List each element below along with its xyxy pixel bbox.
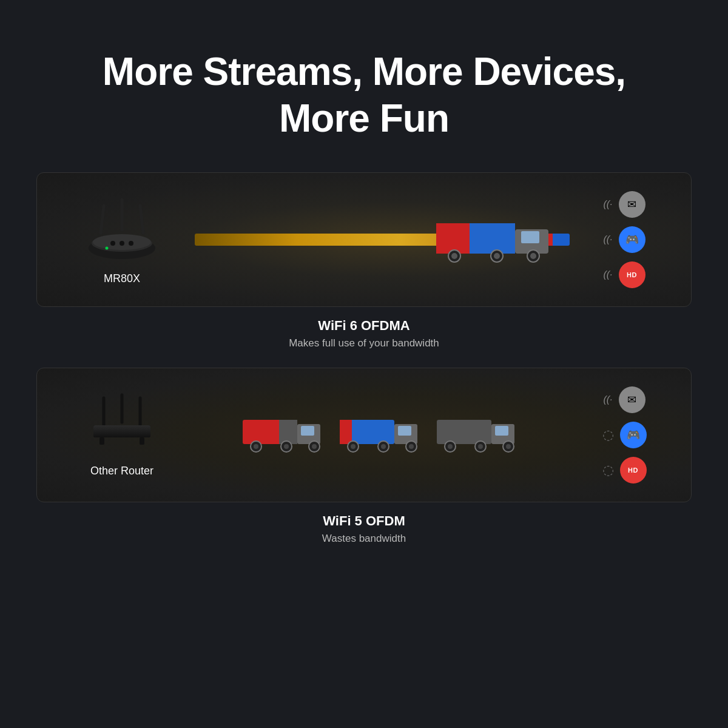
svg-rect-26 xyxy=(99,437,104,445)
svg-rect-48 xyxy=(437,420,491,444)
other-router-icons: ((· ✉ ◌ 🎮 ◌ HD xyxy=(582,386,667,484)
other-router-label: Other Router xyxy=(90,465,153,477)
other-truck-2 xyxy=(340,411,425,459)
svg-point-43 xyxy=(351,444,356,449)
svg-rect-25 xyxy=(93,425,150,437)
mr80x-content xyxy=(183,209,582,270)
svg-point-9 xyxy=(106,247,109,250)
other-router-panel-desc: WiFi 5 OFDM Wastes bandwidth xyxy=(322,513,406,545)
svg-rect-41 xyxy=(398,426,411,436)
svg-rect-11 xyxy=(436,223,470,254)
svg-rect-31 xyxy=(301,426,314,436)
svg-line-2 xyxy=(140,206,143,233)
svg-point-7 xyxy=(120,241,124,246)
svg-point-6 xyxy=(110,241,115,246)
mr80x-hd-row: ((· HD xyxy=(603,261,645,288)
other-gaming-row: ◌ 🎮 xyxy=(602,422,647,448)
panel-other-router: Other Router xyxy=(0,368,728,551)
wifi6-title: WiFi 6 OFDMA xyxy=(289,318,439,334)
wifi5-subtitle: Wastes bandwidth xyxy=(322,533,406,545)
other-hd-badge: HD xyxy=(625,465,641,475)
svg-rect-39 xyxy=(340,420,352,444)
svg-point-54 xyxy=(478,444,483,449)
svg-point-45 xyxy=(381,444,386,449)
panel-top-row: MR80X xyxy=(36,172,692,307)
svg-rect-29 xyxy=(279,420,297,444)
spinner-gaming-icon: ◌ xyxy=(602,427,614,443)
svg-point-33 xyxy=(254,444,258,449)
svg-point-52 xyxy=(448,444,453,449)
other-truck-1 xyxy=(243,411,328,459)
svg-line-0 xyxy=(101,206,104,233)
wifi-signal-email-icon: ((· xyxy=(603,199,612,210)
wifi6-subtitle: Makes full use of your bandwidth xyxy=(289,337,439,349)
mr80x-gaming-row: ((· 🎮 xyxy=(603,226,645,253)
other-router-content xyxy=(183,411,582,459)
other-email-row: ((· ✉ xyxy=(603,386,645,413)
svg-point-8 xyxy=(129,241,133,246)
svg-point-35 xyxy=(284,444,289,449)
mr80x-router-image xyxy=(83,194,161,266)
svg-rect-27 xyxy=(140,437,144,445)
other-router-image xyxy=(89,392,155,459)
other-hd-device-icon: HD xyxy=(620,457,647,484)
mr80x-panel-desc: WiFi 6 OFDMA Makes full use of your band… xyxy=(289,318,439,349)
trucks-row xyxy=(243,411,522,459)
mr80x-label: MR80X xyxy=(104,272,140,285)
page-title: More Streams, More Devices,More Fun xyxy=(103,49,625,142)
wifi-signal-gaming-icon: ((· xyxy=(603,234,612,245)
svg-point-37 xyxy=(312,444,317,449)
mr80x-email-row: ((· ✉ xyxy=(603,191,645,218)
svg-point-20 xyxy=(530,253,536,259)
wifi5-title: WiFi 5 OFDM xyxy=(322,513,406,529)
comparison-section: MR80X xyxy=(0,172,728,563)
other-gaming-device-icon: 🎮 xyxy=(620,422,647,448)
spinner-hd-icon: ◌ xyxy=(602,462,614,478)
email-device-icon: ✉ xyxy=(619,191,645,218)
mr80x-router-area: MR80X xyxy=(61,194,183,285)
hd-badge: HD xyxy=(624,270,640,280)
panel-bottom-row: Other Router xyxy=(36,368,692,502)
svg-point-18 xyxy=(494,253,500,259)
mr80x-truck-icon xyxy=(436,211,558,266)
other-hd-row: ◌ HD xyxy=(602,457,647,484)
svg-rect-12 xyxy=(470,223,515,254)
panel-mr80x: MR80X xyxy=(0,172,728,356)
wifi-signal-hd-icon: ((· xyxy=(603,269,612,280)
svg-point-16 xyxy=(451,253,457,259)
other-email-device-icon: ✉ xyxy=(619,386,645,413)
other-truck-3 xyxy=(437,411,522,459)
hd-device-icon: HD xyxy=(619,261,645,288)
svg-point-56 xyxy=(506,444,511,449)
svg-point-47 xyxy=(409,444,414,449)
svg-rect-14 xyxy=(521,231,539,243)
mr80x-icons: ((· ✉ ((· 🎮 ((· HD xyxy=(582,191,667,288)
other-router-area: Other Router xyxy=(61,392,183,477)
svg-rect-50 xyxy=(495,426,508,436)
gaming-device-icon: 🎮 xyxy=(619,226,645,253)
other-wifi-signal-email: ((· xyxy=(603,394,612,405)
